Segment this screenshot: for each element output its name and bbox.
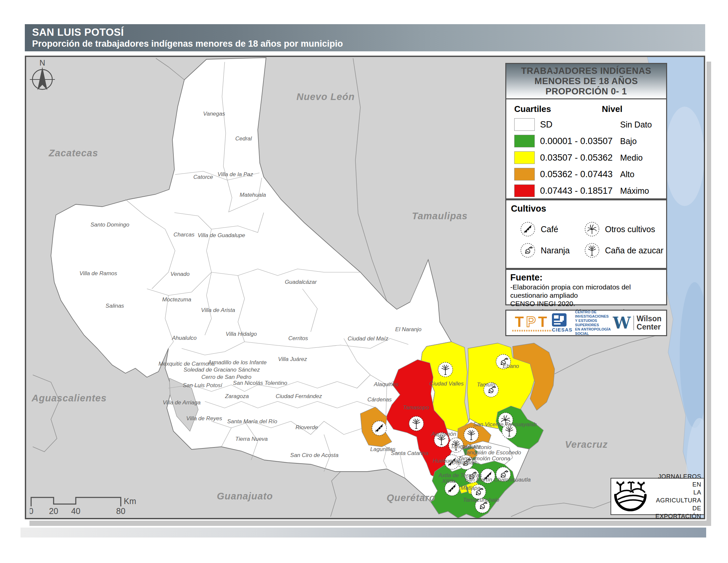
wilson-text-line: Center bbox=[637, 323, 661, 331]
municipality-label: Coxcatlán bbox=[451, 459, 477, 466]
legend-swatch bbox=[514, 135, 535, 147]
municipality-label: Catorce bbox=[193, 174, 213, 180]
municipality-label: Guadalcázar bbox=[285, 279, 317, 285]
legend-range: SD bbox=[540, 119, 620, 130]
legend-range: 0.05362 - 0.07443 bbox=[540, 169, 620, 179]
tpt-logo: TPT bbox=[512, 315, 552, 332]
jornaleros-logo: JORNALEROS ENLA AGRICULTURADE EXPORTACIÓ… bbox=[611, 478, 705, 515]
compass-rose: N bbox=[29, 58, 58, 95]
ciesas-text-line: EN ANTROPOLOGÍA SOCIAL bbox=[575, 327, 613, 336]
legend-level: Bajo bbox=[620, 136, 637, 146]
legend-class-row: 0.00001 - 0.03507Bajo bbox=[514, 133, 658, 149]
legend-title-line: MENORES DE 18 AÑOS bbox=[534, 76, 638, 86]
legend-col-level: Nivel bbox=[602, 104, 622, 114]
legend-title-line: TRABAJADORES INDÍGENAS bbox=[521, 66, 652, 76]
municipality-label: San Vicente Tancuayalab bbox=[473, 421, 537, 428]
tpt-logo-subtext bbox=[512, 330, 552, 332]
jornaleros-field-icon bbox=[613, 480, 648, 513]
municipality-label: Santa María del Río bbox=[227, 418, 277, 425]
cultivo-item: Caña de azucar bbox=[584, 240, 664, 261]
ciesas-text-line: Y ESTUDIOS SUPERIORES bbox=[575, 319, 613, 327]
legend-panel: TRABAJADORES INDÍGENASMENORES DE 18 AÑOS… bbox=[505, 63, 667, 199]
municipality-label: Tamuín bbox=[477, 382, 495, 388]
municipality-label: Soledad de Graciano Sánchez bbox=[184, 367, 260, 373]
municipality-label: Tamasopo bbox=[403, 404, 429, 411]
ciesas-pictogram-icon bbox=[552, 313, 567, 327]
municipality-label: Alaquines bbox=[374, 381, 399, 388]
municipality-label: Rioverde bbox=[296, 424, 318, 431]
municipality-label: El Naranjo bbox=[395, 326, 421, 333]
page-title: SAN LUIS POTOSÍ bbox=[32, 26, 705, 38]
naranja-crop-icon bbox=[520, 242, 536, 258]
municipality-label: Matehuala bbox=[240, 192, 266, 198]
cultivo-item: Otros cultivos bbox=[584, 218, 664, 240]
cafe-crop-icon bbox=[372, 421, 387, 436]
municipality-label: Tamazunchale bbox=[463, 497, 499, 503]
scale-bar: 0204080Km bbox=[30, 495, 146, 517]
legend-swatch bbox=[514, 168, 535, 180]
wilson-text-line: Wilson bbox=[637, 315, 661, 323]
cultivos-panel: Cultivos CaféNaranjaOtros cultivosCaña d… bbox=[505, 199, 667, 269]
jornaleros-text-line: LA AGRICULTURA bbox=[648, 489, 701, 504]
state-label: Tamaulipas bbox=[412, 211, 468, 221]
scale-tick-label: 0 bbox=[30, 506, 33, 516]
municipality-label: Villa de Ramos bbox=[79, 270, 117, 276]
legend-swatch bbox=[514, 184, 535, 197]
scale-tick-label: 20 bbox=[49, 506, 58, 516]
municipality-label: Ahualulco bbox=[172, 335, 197, 341]
page-subtitle: Proporción de trabajadores indígenas men… bbox=[32, 38, 705, 49]
logos-panel: TPT CIESAS CENTRO DE INVESTIGACIONESY ES… bbox=[505, 310, 667, 336]
jornaleros-text-line: JORNALEROS EN bbox=[648, 473, 701, 489]
legend-range: 0.00001 - 0.03507 bbox=[540, 136, 620, 146]
municipality-label: Aquismón bbox=[431, 431, 456, 437]
municipality-label: Ciudad del Maíz bbox=[348, 336, 388, 342]
cana-crop-icon bbox=[464, 428, 478, 442]
legend-level: Medio bbox=[620, 153, 643, 163]
source-panel: Fuente: -Elaboración propia con microdat… bbox=[505, 269, 667, 305]
cana-crop-icon bbox=[409, 416, 424, 431]
municipality-label: Cedral bbox=[235, 135, 252, 142]
cultivo-label: Café bbox=[541, 224, 558, 234]
ciesas-abbr: CIESAS bbox=[552, 327, 572, 333]
municipality-label: San Martín Chalchicuautla bbox=[465, 477, 530, 483]
municipality-label: Tierra Nueva bbox=[235, 436, 268, 442]
cultivo-label: Otros cultivos bbox=[605, 224, 655, 234]
municipality-label: Villa de Reyes bbox=[186, 415, 222, 422]
scale-tick-label: 40 bbox=[71, 506, 80, 516]
municipality-label: Santa Catarina bbox=[391, 450, 428, 456]
legend-class-row: SDSin Dato bbox=[514, 116, 658, 133]
jornaleros-text-line: DE EXPORTACIÓN bbox=[648, 504, 701, 520]
municipality-label: Charcas bbox=[173, 231, 195, 238]
legend-swatch bbox=[514, 151, 535, 164]
ciesas-logo: CIESAS CENTRO DE INVESTIGACIONESY ESTUDI… bbox=[552, 310, 613, 336]
municipality-label: Villa de la Paz bbox=[217, 171, 253, 177]
legend-class-row: 0.03507 - 0.05362Medio bbox=[514, 149, 658, 166]
municipality-label: Villa Hidalgo bbox=[226, 331, 257, 337]
source-title: Fuente: bbox=[510, 272, 662, 283]
state-label: Nuevo León bbox=[296, 91, 355, 102]
map-shadow bbox=[706, 62, 711, 525]
state-label: Querétaro bbox=[387, 493, 435, 503]
state-label: Veracruz bbox=[565, 439, 608, 450]
scale-tick-label: 80 bbox=[116, 506, 125, 516]
source-line: CENSO INEGI 2020. bbox=[510, 300, 662, 308]
otros-crop-icon bbox=[584, 221, 600, 237]
cana-crop-icon bbox=[584, 242, 600, 258]
municipality-label: Matlapa bbox=[461, 485, 480, 491]
legend-col-quartiles: Cuartiles bbox=[514, 104, 551, 114]
municipality-label: Villa de Guadalupe bbox=[198, 232, 245, 238]
cultivo-label: Naranja bbox=[541, 246, 570, 255]
legend-swatch bbox=[514, 118, 535, 131]
legend-level: Alto bbox=[620, 169, 634, 179]
municipality-label: Salinas bbox=[106, 303, 124, 309]
municipality-label: Santo Domingo bbox=[90, 221, 129, 228]
wilson-w-icon: W bbox=[613, 315, 631, 331]
legend-class-row: 0.07443 - 0.18517Máximo bbox=[514, 182, 658, 199]
municipality-label: San Nicolás Tolentino bbox=[233, 380, 287, 386]
cultivo-label: Caña de azucar bbox=[605, 246, 663, 255]
tpt-letter: T bbox=[515, 314, 526, 330]
municipality-label: Ébano bbox=[503, 363, 519, 369]
ciesas-text-line: CENTRO DE INVESTIGACIONES bbox=[575, 310, 613, 319]
compass-north-label: N bbox=[39, 58, 45, 67]
municipality-label: Xilitla bbox=[442, 478, 456, 484]
